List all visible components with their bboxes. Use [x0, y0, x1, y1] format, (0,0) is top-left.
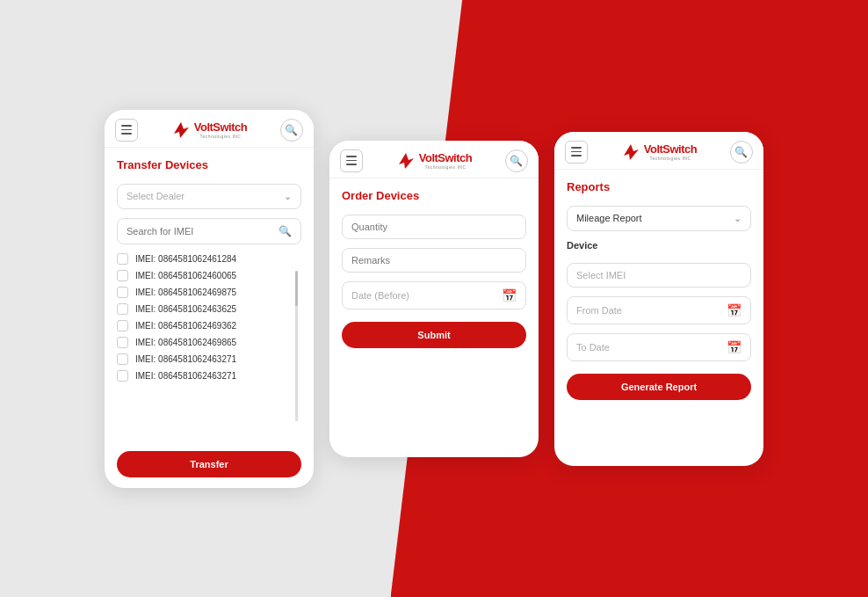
calendar-icon: 📅 [502, 288, 517, 302]
hamburger-icon [346, 156, 357, 165]
imei-item-7[interactable]: IMEI: 0864581062463271 [117, 353, 301, 365]
imei-checkbox-2[interactable] [117, 270, 128, 281]
calendar-icon: 📅 [727, 340, 741, 354]
imei-text-3: IMEI: 0864581062469875 [135, 288, 236, 297]
transfer-button[interactable]: Transfer [117, 451, 301, 477]
remarks-field[interactable] [342, 248, 526, 273]
to-date-field[interactable]: To Date 📅 [567, 333, 751, 361]
imei-list: IMEI: 0864581062461284 IMEI: 08645810624… [117, 253, 301, 382]
card2-body: Order Devices Date (Before) 📅 Submit [329, 178, 539, 457]
device-section-title: Device [567, 240, 751, 251]
card2-logo: VoltSwitch Technologies INC [396, 151, 472, 171]
voltswitch-logo-icon [621, 142, 640, 162]
imei-text-7: IMEI: 0864581062463271 [135, 354, 236, 364]
date-before-field[interactable]: Date (Before) 📅 [342, 281, 526, 309]
imei-item-6[interactable]: IMEI: 0864581062469865 [117, 337, 301, 348]
search-icon: 🔍 [278, 225, 292, 237]
scroll-indicator [295, 271, 298, 421]
select-dealer-dropdown[interactable]: Select Dealer ⌄ [117, 184, 301, 209]
imei-text-8: IMEI: 0864581062463271 [135, 371, 236, 381]
to-date-label: To Date [576, 342, 610, 353]
imei-item-5[interactable]: IMEI: 0864581062469362 [117, 320, 301, 331]
card3-logo-sub: Technologies INC [644, 156, 697, 161]
card3-search-button[interactable]: 🔍 [730, 141, 753, 164]
select-imei-field[interactable]: Select IMEI [567, 263, 751, 288]
card3-logo: VoltSwitch Technologies INC [621, 142, 697, 162]
imei-checkbox-4[interactable] [117, 303, 128, 315]
date-before-label: Date (Before) [351, 290, 409, 301]
card1-body: Transfer Devices Select Dealer ⌄ 🔍 IMEI:… [105, 148, 314, 488]
card1-header: VoltSwitch Technologies INC 🔍 [105, 110, 314, 148]
quantity-input[interactable] [351, 222, 517, 232]
report-type-dropdown[interactable]: Mileage Report ⌄ [567, 206, 751, 231]
from-date-field[interactable]: From Date 📅 [567, 296, 751, 324]
imei-item-2[interactable]: IMEI: 0864581062460065 [117, 270, 301, 281]
card2-menu-button[interactable] [340, 149, 363, 172]
imei-text-5: IMEI: 0864581062469362 [135, 321, 236, 331]
svg-marker-3 [624, 144, 639, 160]
chevron-down-icon: ⌄ [734, 213, 741, 224]
svg-marker-2 [399, 153, 414, 169]
submit-button[interactable]: Submit [342, 322, 526, 348]
card2-logo-text: VoltSwitch Technologies INC [419, 151, 472, 170]
card2-logo-name: VoltSwitch [419, 151, 472, 164]
select-imei-label: Select IMEI [576, 270, 626, 280]
voltswitch-logo-icon [396, 151, 416, 171]
calendar-icon: 📅 [727, 303, 741, 317]
imei-text-2: IMEI: 0864581062460065 [135, 271, 236, 280]
hamburger-icon [571, 147, 582, 157]
search-icon: 🔍 [734, 146, 748, 158]
from-date-label: From Date [576, 305, 622, 316]
chevron-down-icon: ⌄ [284, 191, 292, 202]
imei-list-wrapper: IMEI: 0864581062461284 IMEI: 08645810624… [117, 253, 301, 439]
card1-logo-sub: Technologies INC [194, 134, 247, 139]
imei-item-8[interactable]: IMEI: 0864581062463271 [117, 370, 301, 382]
select-dealer-label: Select Dealer [127, 191, 184, 201]
imei-text-1: IMEI: 0864581062461284 [135, 254, 236, 264]
generate-report-button[interactable]: Generate Report [567, 374, 751, 400]
search-imei-field[interactable]: 🔍 [117, 218, 301, 244]
card2-logo-sub: Technologies INC [419, 164, 472, 170]
report-type-label: Mileage Report [576, 213, 642, 223]
imei-checkbox-7[interactable] [117, 353, 128, 365]
reports-card: VoltSwitch Technologies INC 🔍 Reports Mi… [554, 132, 763, 466]
card3-header: VoltSwitch Technologies INC 🔍 [554, 132, 763, 170]
card1-logo-text: VoltSwitch Technologies INC [194, 120, 247, 139]
search-icon: 🔍 [510, 155, 523, 167]
scroll-thumb [295, 271, 298, 306]
card1-logo: VoltSwitch Technologies INC [171, 120, 247, 140]
imei-checkbox-1[interactable] [117, 253, 128, 265]
search-icon: 🔍 [285, 124, 298, 136]
imei-checkbox-6[interactable] [117, 337, 128, 348]
quantity-field[interactable] [342, 215, 526, 239]
card1-search-button[interactable]: 🔍 [280, 119, 303, 142]
card3-body: Reports Mileage Report ⌄ Device Select I… [554, 170, 763, 466]
card1-menu-button[interactable] [115, 119, 138, 142]
imei-checkbox-3[interactable] [117, 287, 128, 298]
imei-checkbox-8[interactable] [117, 370, 128, 382]
hamburger-icon [121, 125, 132, 135]
card2-search-button[interactable]: 🔍 [505, 149, 528, 172]
cards-container: VoltSwitch Technologies INC 🔍 Transfer D… [0, 0, 868, 597]
card3-logo-text: VoltSwitch Technologies INC [644, 142, 697, 161]
card2-title: Order Devices [342, 189, 526, 202]
imei-item-1[interactable]: IMEI: 0864581062461284 [117, 253, 301, 265]
card1-logo-name: VoltSwitch [194, 120, 247, 134]
imei-text-4: IMEI: 0864581062463625 [135, 304, 236, 314]
search-imei-input[interactable] [127, 226, 278, 237]
card1-title: Transfer Devices [117, 158, 301, 171]
imei-text-6: IMEI: 0864581062469865 [135, 338, 236, 347]
card3-logo-name: VoltSwitch [644, 142, 697, 156]
card2-header: VoltSwitch Technologies INC 🔍 [329, 141, 539, 178]
voltswitch-logo-icon [171, 120, 191, 140]
imei-item-3[interactable]: IMEI: 0864581062469875 [117, 287, 301, 298]
remarks-input[interactable] [351, 255, 517, 266]
card3-title: Reports [567, 180, 751, 193]
card3-menu-button[interactable] [565, 141, 588, 164]
transfer-devices-card: VoltSwitch Technologies INC 🔍 Transfer D… [105, 110, 314, 488]
imei-item-4[interactable]: IMEI: 0864581062463625 [117, 303, 301, 315]
imei-checkbox-5[interactable] [117, 320, 128, 331]
order-devices-card: VoltSwitch Technologies INC 🔍 Order Devi… [329, 141, 539, 457]
